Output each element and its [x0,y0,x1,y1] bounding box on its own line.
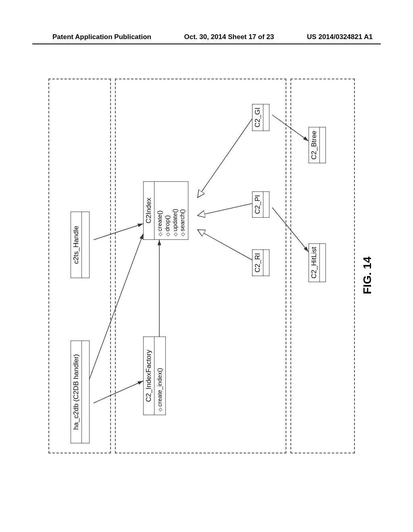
c2-gi-title: C2_GI [252,104,263,131]
c2-indexfactory-title: C2_IndexFactory [144,337,154,415]
c2-pi-title: C2_PI [252,192,263,217]
header-right: US 2014/0324821 A1 [307,33,373,41]
box-c2-hitlist: C2_HitList [309,243,326,282]
diagram-rotated: ha_c2db (C2DB handler) c2ts_Handle C2_In… [48,79,359,453]
indexfactory-method-0: create_index() [156,340,164,411]
c2index-method-0: create() [156,185,164,236]
box-c2-gi: C2_GI [252,104,269,131]
header-rule [32,44,381,44]
box-c2-indexfactory: C2_IndexFactory create_index() [143,337,166,415]
c2ts-handle-title: c2ts_Handle [71,212,82,278]
diagram-canvas: ha_c2db (C2DB handler) c2ts_Handle C2_In… [48,79,359,453]
box-c2-ri: C2_RI [252,249,269,276]
box-c2-pi: C2_PI [252,191,269,218]
c2-btree-title: C2_Btree [309,127,320,163]
c2index-method-1: drop() [164,185,171,236]
c2-ri-title: C2_RI [252,250,263,276]
c2-hitlist-title: C2_HitList [309,244,320,282]
box-c2index: C2Index create() drop() update() search(… [143,181,188,240]
box-c2-btree: C2_Btree [309,127,326,163]
header-middle: Oct. 30, 2014 Sheet 17 of 23 [184,33,274,41]
figure-label: FIG. 14 [361,257,374,294]
c2index-method-2: update() [171,185,179,236]
box-c2ts-handle: c2ts_Handle [71,212,90,278]
page-header: Patent Application Publication Oct. 30, … [0,33,413,41]
c2index-method-3: search() [179,185,186,236]
ha-c2db-title: ha_c2db (C2DB handler) [71,341,82,443]
c2index-title: C2Index [144,182,154,239]
box-ha-c2db: ha_c2db (C2DB handler) [71,341,90,443]
header-left: Patent Application Publication [52,33,151,41]
